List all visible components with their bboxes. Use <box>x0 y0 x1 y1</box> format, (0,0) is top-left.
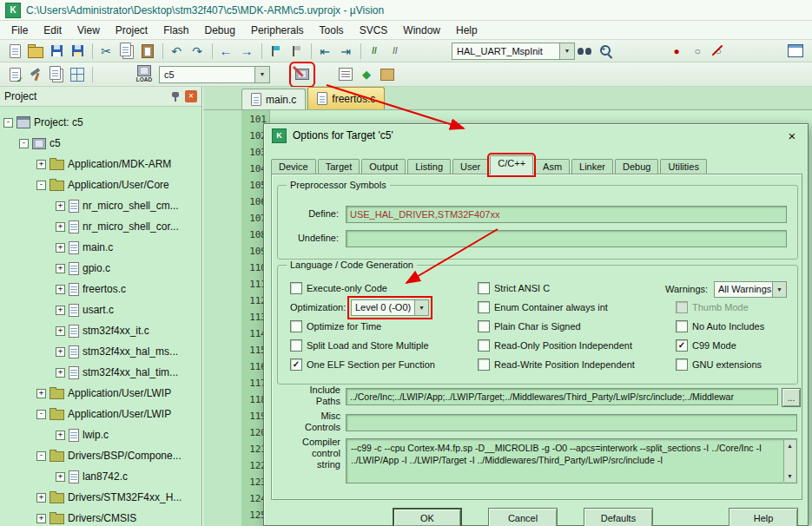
chevron-down-icon[interactable]: ▼ <box>414 300 428 315</box>
tree-item[interactable]: +gpio.c <box>56 259 110 278</box>
tree-item[interactable]: +main.c <box>56 238 113 257</box>
bookmark-icon[interactable] <box>266 42 285 61</box>
checkbox-enum-container-always-int[interactable]: Enum Container always int <box>478 298 635 317</box>
indent-left-icon[interactable]: ⇤ <box>315 42 334 61</box>
tree-expander-icon[interactable]: - <box>19 139 29 148</box>
tree-item[interactable]: -c5 <box>19 134 61 153</box>
navigate-back-icon[interactable]: ← <box>216 42 235 61</box>
tree-item-label[interactable]: Drivers/CMSIS <box>68 512 136 524</box>
tree-item-label[interactable]: stm32f4xx_hal_ms... <box>83 345 178 358</box>
help-button[interactable]: Help <box>729 508 798 526</box>
manage-items-icon[interactable] <box>336 65 355 84</box>
tree-item[interactable]: +stm32f4xx_hal_ms... <box>56 342 178 361</box>
save-icon[interactable] <box>47 42 66 61</box>
redo-icon[interactable]: ↷ <box>188 42 207 61</box>
checkbox-box[interactable] <box>290 339 302 352</box>
dialog-close-icon[interactable]: × <box>784 128 800 143</box>
menu-window[interactable]: Window <box>395 22 448 39</box>
tree-expander-icon[interactable]: + <box>56 347 65 357</box>
menu-peripherals[interactable]: Peripherals <box>243 22 312 39</box>
checkbox-box[interactable] <box>676 301 688 313</box>
pack-installer-icon[interactable] <box>378 65 397 84</box>
tree-item[interactable]: +Application/User/LWIP <box>36 384 171 403</box>
checkbox-execute-only-code[interactable]: Execute-only Code <box>290 279 435 298</box>
menu-help[interactable]: Help <box>448 22 485 39</box>
tree-item[interactable]: +usart.c <box>56 300 114 319</box>
indent-right-icon[interactable]: ⇥ <box>336 42 355 61</box>
tree-expander-icon[interactable]: - <box>36 410 46 419</box>
scroll-down-icon[interactable]: ▼ <box>787 472 793 480</box>
scroll-up-icon[interactable]: ▲ <box>787 442 793 450</box>
breakpoint-enable-icon[interactable]: ○ <box>688 42 707 61</box>
tree-item[interactable]: -Project: c5 <box>3 113 83 132</box>
tree-item-label[interactable]: nr_micro_shell_cor... <box>83 220 179 233</box>
editor-tab-main.c[interactable]: main.c <box>241 89 306 109</box>
defaults-button[interactable]: Defaults <box>584 508 653 526</box>
dialog-tab-utilities[interactable]: Utilities <box>660 159 706 174</box>
editor-tab-freertos.c[interactable]: freertos.c <box>307 87 385 109</box>
checkbox-strict-ansi-c[interactable]: Strict ANSI C <box>478 279 635 298</box>
tree-item[interactable]: -Application/User/Core <box>36 175 169 194</box>
pin-icon[interactable] <box>170 91 181 102</box>
tree-item[interactable]: +stm32f4xx_hal_tim... <box>56 363 178 382</box>
checkbox-optimize-for-time[interactable]: Optimize for Time <box>290 317 435 336</box>
checkbox-box[interactable] <box>290 320 302 332</box>
panel-close-icon[interactable]: × <box>185 90 197 102</box>
tree-expander-icon[interactable]: + <box>56 472 65 482</box>
tree-item[interactable]: +nr_micro_shell_cor... <box>56 217 179 236</box>
tree-expander-icon[interactable]: + <box>56 285 65 294</box>
optimization-combobox[interactable]: Level 0 (-O0) ▼ <box>351 299 429 316</box>
dialog-tab-debug[interactable]: Debug <box>615 159 658 174</box>
bookmark-clear-icon[interactable] <box>287 42 306 61</box>
runtime-environment-icon[interactable]: ◆ <box>357 65 376 84</box>
download-icon[interactable]: LOAD <box>135 65 154 84</box>
target-combobox[interactable]: c5 ▼ <box>159 66 270 83</box>
tree-item-label[interactable]: freertos.c <box>83 283 126 295</box>
tree-expander-icon[interactable]: - <box>36 451 46 461</box>
compiler-string-field[interactable]: --c99 -c --cpu Cortex-M4.fp.sp -D__MICRO… <box>346 438 797 483</box>
tree-item-label[interactable]: stm32f4xx_it.c <box>83 325 149 337</box>
include-paths-browse-button[interactable]: ... <box>782 388 801 407</box>
tree-expander-icon[interactable]: + <box>56 222 65 232</box>
menu-edit[interactable]: Edit <box>36 22 69 39</box>
tree-item[interactable]: +lan8742.c <box>56 467 128 486</box>
tree-expander-icon[interactable]: + <box>56 431 65 440</box>
dialog-tab-target[interactable]: Target <box>318 159 360 174</box>
tree-item[interactable]: +nr_micro_shell_cm... <box>56 196 179 215</box>
options-for-target-icon[interactable] <box>293 65 312 84</box>
dialog-tab-device[interactable]: Device <box>271 159 316 174</box>
undo-icon[interactable]: ↶ <box>167 42 186 61</box>
chevron-down-icon[interactable]: ▼ <box>254 67 269 82</box>
save-all-icon[interactable] <box>68 42 87 61</box>
tree-expander-icon[interactable]: + <box>56 243 65 253</box>
window-layout-icon[interactable] <box>786 42 805 61</box>
translate-icon[interactable]: ✓ <box>5 65 24 84</box>
uncomment-icon[interactable]: // <box>386 42 405 61</box>
navigate-forward-icon[interactable]: → <box>237 42 256 61</box>
checkbox-c99-mode[interactable]: ✓C99 Mode <box>676 336 764 355</box>
checkbox-box[interactable]: ✓ <box>290 358 302 371</box>
tree-item-label[interactable]: c5 <box>50 137 61 149</box>
tree-item-label[interactable]: gpio.c <box>83 262 110 274</box>
tree-item-label[interactable]: Application/MDK-ARM <box>68 158 171 170</box>
tree-item[interactable]: +Drivers/CMSIS <box>36 509 136 526</box>
tree-item-label[interactable]: nr_micro_shell_cm... <box>83 200 179 212</box>
tree-expander-icon[interactable]: + <box>36 160 46 169</box>
tree-item-label[interactable]: Application/User/LWIP <box>68 408 171 420</box>
checkbox-box[interactable] <box>478 339 490 352</box>
menu-view[interactable]: View <box>69 22 108 39</box>
tree-expander-icon[interactable]: + <box>56 201 65 211</box>
tree-expander-icon[interactable]: + <box>56 264 65 273</box>
tree-item[interactable]: +Drivers/STM32F4xx_H... <box>36 488 182 507</box>
tree-item-label[interactable]: Drivers/STM32F4xx_H... <box>68 491 182 503</box>
tree-item[interactable]: +Application/MDK-ARM <box>36 155 171 174</box>
scrollbar[interactable]: ▲ ▼ <box>783 440 795 482</box>
tree-item-label[interactable]: lan8742.c <box>83 470 128 483</box>
tree-item[interactable]: +freertos.c <box>56 279 126 299</box>
checkbox-box[interactable] <box>478 358 490 371</box>
tree-expander-icon[interactable]: + <box>36 493 46 503</box>
dialog-tab-linker[interactable]: Linker <box>571 159 613 174</box>
checkbox-plain-char-is-signed[interactable]: Plain Char is Signed <box>478 317 635 336</box>
batch-build-icon[interactable] <box>68 65 87 84</box>
checkbox-read-write-position-independent[interactable]: Read-Write Position Independent <box>478 355 635 374</box>
